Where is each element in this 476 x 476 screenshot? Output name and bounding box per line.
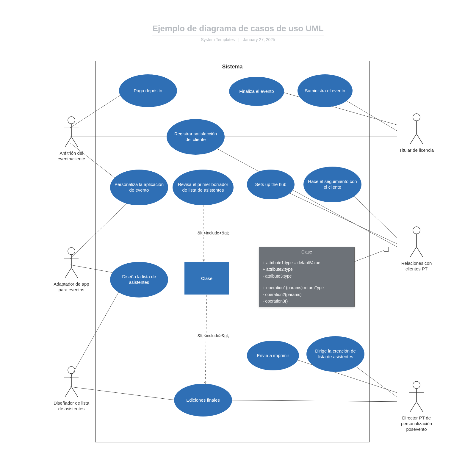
usecase-label: Finaliza el evento xyxy=(239,89,274,94)
page-subtitle: System Templates | January 27, 2025 xyxy=(152,37,324,42)
usecase-ediciones-finales[interactable]: Ediciones finales xyxy=(174,384,232,416)
svg-line-37 xyxy=(410,134,416,144)
clase-label: Clase xyxy=(201,276,212,281)
usecase-finaliza-evento[interactable]: Finaliza el evento xyxy=(229,77,284,106)
actor-label: Titular de licencia xyxy=(396,148,437,153)
svg-point-44 xyxy=(413,381,420,389)
usecase-registrar-satisfaccion[interactable]: Registrar satisfacción del cliente xyxy=(167,119,225,155)
actor-icon xyxy=(62,116,80,149)
actor-label: Anfitrión del evento/cliente xyxy=(51,151,92,162)
svg-line-47 xyxy=(410,402,416,412)
svg-line-43 xyxy=(416,247,423,257)
actor-icon xyxy=(408,113,425,146)
actor-icon xyxy=(62,366,80,399)
usecase-label: Registrar satisfacción del cliente xyxy=(171,131,220,143)
system-title: Sistema xyxy=(222,64,242,70)
svg-line-42 xyxy=(410,247,416,257)
usecase-revisa-borrador[interactable]: Revisa el primer borrador de lista de as… xyxy=(173,170,234,205)
subtitle-author: System Templates xyxy=(201,37,235,42)
subtitle-date: January 27, 2025 xyxy=(243,37,275,42)
uml-class-name: Clase xyxy=(259,247,354,257)
usecase-label: Personaliza la aplicación de evento xyxy=(114,182,164,193)
actor-label: Director PT de personalización posevento xyxy=(396,415,437,432)
uml-class-attributes: + attribute1:type = defaultValue + attri… xyxy=(259,257,354,282)
svg-point-34 xyxy=(413,114,420,121)
svg-point-24 xyxy=(68,248,75,255)
usecase-label: Hace el seguimiento con el cliente xyxy=(308,179,357,190)
usecase-seguimiento-cliente[interactable]: Hace el seguimiento con el cliente xyxy=(303,167,361,202)
usecase-label: Revisa el primer borrador de lista de as… xyxy=(177,182,229,193)
uml-class-operations: + operation1(params):returnType - operat… xyxy=(259,282,354,307)
title-block: Ejemplo de diagrama de casos de uso UML … xyxy=(152,24,324,42)
actor-titular[interactable]: Titular de licencia xyxy=(396,113,437,153)
uml-attr: + attribute1:type = defaultValue xyxy=(263,259,351,266)
usecase-label: Sets up the hub xyxy=(255,182,286,187)
uml-class[interactable]: Clase + attribute1:type = defaultValue +… xyxy=(259,247,355,307)
clase-block[interactable]: Clase xyxy=(184,262,229,295)
svg-line-23 xyxy=(71,137,78,147)
usecase-label: Suministra el evento xyxy=(305,88,345,94)
note-tab-icon xyxy=(384,247,389,252)
svg-line-28 xyxy=(71,268,78,278)
uml-attr: + attribute2:type xyxy=(263,266,351,273)
svg-line-22 xyxy=(65,137,71,147)
usecase-sets-up-hub[interactable]: Sets up the hub xyxy=(247,170,295,199)
uml-op: - operation2(params) xyxy=(263,291,351,298)
include-label: &lt;<include>&gt; xyxy=(196,333,230,338)
separator-icon: | xyxy=(238,37,239,42)
usecase-label: Diseña la lista de asistentes xyxy=(114,274,164,285)
page-title: Ejemplo de diagrama de casos de uso UML xyxy=(152,24,324,35)
usecase-dirige-creacion[interactable]: Dirige la creación de lista de asistente… xyxy=(306,336,364,372)
svg-point-39 xyxy=(413,227,420,234)
actor-icon xyxy=(408,226,425,259)
actor-disenador[interactable]: Diseñador de lista de asistentes xyxy=(51,366,92,412)
actor-relaciones[interactable]: Relaciones con clientes PT xyxy=(396,226,437,272)
usecase-label: Dirige la creación de lista de asistente… xyxy=(311,348,360,360)
uml-op: + operation1(params):returnType xyxy=(263,284,351,291)
svg-point-29 xyxy=(68,367,75,374)
svg-line-48 xyxy=(416,402,423,412)
usecase-label: Envía a imprimir xyxy=(257,353,289,358)
svg-line-32 xyxy=(65,387,71,397)
svg-line-38 xyxy=(416,134,423,144)
uml-attr: - attribute3:type xyxy=(263,273,351,279)
svg-line-27 xyxy=(65,268,71,278)
actor-icon xyxy=(408,381,425,414)
include-label: &lt;<include>&gt; xyxy=(196,231,230,235)
actor-icon xyxy=(62,247,80,280)
svg-line-33 xyxy=(71,387,78,397)
usecase-suministra-evento[interactable]: Suministra el evento xyxy=(298,74,353,107)
actor-adaptador[interactable]: Adaptador de app para eventos xyxy=(51,247,92,293)
usecase-paga-deposito[interactable]: Paga depósito xyxy=(119,74,177,107)
usecase-personaliza-app[interactable]: Personaliza la aplicación de evento xyxy=(110,170,168,205)
actor-label: Adaptador de app para eventos xyxy=(51,281,92,293)
actor-label: Relaciones con clientes PT xyxy=(396,261,437,272)
uml-op: - operation3() xyxy=(263,298,351,304)
actor-director[interactable]: Director PT de personalización posevento xyxy=(396,381,437,432)
usecase-label: Ediciones finales xyxy=(186,397,220,403)
usecase-envia-imprimir[interactable]: Envía a imprimir xyxy=(247,341,299,370)
usecase-disena-lista[interactable]: Diseña la lista de asistentes xyxy=(110,262,168,298)
actor-anfitrion[interactable]: Anfitrión del evento/cliente xyxy=(51,116,92,162)
usecase-label: Paga depósito xyxy=(134,88,162,94)
svg-point-19 xyxy=(68,117,75,124)
actor-label: Diseñador de lista de asistentes xyxy=(51,400,92,412)
